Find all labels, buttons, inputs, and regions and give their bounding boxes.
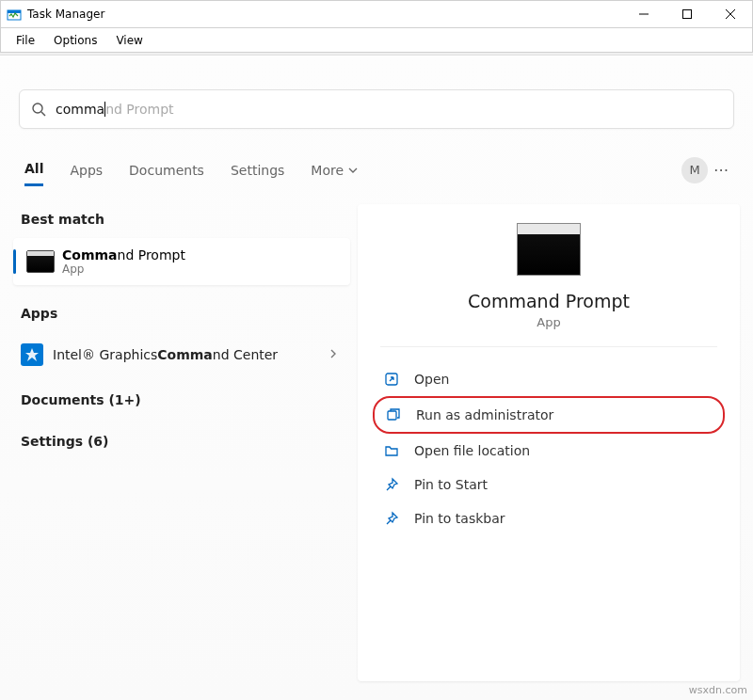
igc-pre: Intel® Graphics bbox=[53, 347, 157, 362]
command-prompt-large-icon bbox=[517, 223, 581, 276]
igc-hl: Comma bbox=[157, 347, 213, 362]
action-open-location-label: Open file location bbox=[414, 443, 530, 458]
command-prompt-icon bbox=[26, 250, 55, 273]
task-manager-titlebar: Task Manager bbox=[0, 0, 753, 28]
search-icon bbox=[31, 102, 46, 117]
task-manager-title: Task Manager bbox=[27, 8, 104, 21]
details-header: Command Prompt App bbox=[380, 223, 717, 347]
search-text: command Prompt bbox=[56, 102, 722, 117]
documents-heading[interactable]: Documents (1+) bbox=[13, 377, 350, 419]
filter-tabs: All Apps Documents Settings More M ⋯ bbox=[24, 153, 734, 186]
maximize-button[interactable] bbox=[665, 0, 709, 28]
details-pane: Command Prompt App Open Run as administr… bbox=[358, 204, 740, 681]
apps-heading: Apps bbox=[13, 298, 350, 332]
selection-accent bbox=[13, 249, 16, 274]
details-subtitle: App bbox=[537, 315, 560, 329]
svg-rect-1 bbox=[8, 10, 21, 13]
watermark: wsxdn.com bbox=[689, 684, 747, 696]
best-match-result[interactable]: Command Prompt App bbox=[13, 238, 350, 285]
result-intel-graphics[interactable]: Intel® Graphics Command Center bbox=[13, 332, 350, 377]
window-controls bbox=[622, 0, 752, 28]
start-search-overlay: command Prompt All Apps Documents Settin… bbox=[0, 55, 753, 700]
pin-icon bbox=[382, 477, 401, 492]
action-run-as-admin[interactable]: Run as administrator bbox=[373, 396, 725, 434]
settings-heading[interactable]: Settings (6) bbox=[13, 419, 350, 460]
action-list: Open Run as administrator Open file loca… bbox=[358, 362, 740, 535]
tab-documents[interactable]: Documents bbox=[129, 155, 204, 185]
open-icon bbox=[382, 372, 401, 387]
tab-all[interactable]: All bbox=[24, 153, 43, 186]
intel-graphics-icon bbox=[21, 343, 43, 366]
overflow-menu[interactable]: ⋯ bbox=[708, 161, 734, 179]
search-input[interactable]: command Prompt bbox=[19, 89, 734, 129]
action-open[interactable]: Open bbox=[373, 362, 725, 396]
svg-line-7 bbox=[41, 112, 45, 116]
action-run-as-admin-label: Run as administrator bbox=[416, 407, 553, 422]
task-manager-menubar: File Options View bbox=[0, 28, 753, 53]
action-pin-taskbar-label: Pin to taskbar bbox=[414, 511, 505, 526]
action-open-label: Open bbox=[414, 372, 449, 387]
svg-rect-9 bbox=[388, 411, 396, 420]
chevron-down-icon bbox=[347, 165, 359, 176]
search-suggestion: nd Prompt bbox=[105, 102, 173, 117]
search-typed: comma bbox=[56, 102, 104, 117]
user-avatar[interactable]: M bbox=[681, 157, 708, 183]
svg-point-6 bbox=[33, 103, 42, 113]
folder-icon bbox=[382, 443, 401, 458]
action-pin-start-label: Pin to Start bbox=[414, 477, 488, 492]
shield-icon bbox=[384, 407, 403, 422]
details-title: Command Prompt bbox=[468, 291, 630, 311]
igc-post: nd Center bbox=[213, 347, 278, 362]
task-manager-icon bbox=[7, 7, 22, 22]
chevron-right-icon bbox=[328, 347, 343, 362]
action-pin-taskbar[interactable]: Pin to taskbar bbox=[373, 501, 725, 535]
tab-more[interactable]: More bbox=[311, 163, 359, 178]
svg-rect-3 bbox=[683, 10, 692, 19]
result-name-highlight: Comma bbox=[62, 247, 118, 262]
menu-file[interactable]: File bbox=[7, 30, 44, 51]
close-button[interactable] bbox=[709, 0, 752, 28]
pin-icon bbox=[382, 511, 401, 526]
best-match-heading: Best match bbox=[13, 204, 350, 238]
menu-view[interactable]: View bbox=[106, 30, 152, 51]
action-pin-start[interactable]: Pin to Start bbox=[373, 468, 725, 501]
results-left-pane: Best match Command Prompt App Apps Intel… bbox=[13, 204, 350, 460]
tab-more-label: More bbox=[311, 163, 344, 178]
result-subtitle: App bbox=[62, 262, 185, 276]
result-text: Command Prompt App bbox=[62, 247, 185, 276]
minimize-button[interactable] bbox=[622, 0, 665, 28]
tab-settings[interactable]: Settings bbox=[231, 155, 284, 185]
menu-options[interactable]: Options bbox=[44, 30, 106, 51]
action-open-location[interactable]: Open file location bbox=[373, 434, 725, 468]
tab-apps[interactable]: Apps bbox=[70, 155, 103, 185]
result-name-rest: nd Prompt bbox=[118, 247, 185, 262]
